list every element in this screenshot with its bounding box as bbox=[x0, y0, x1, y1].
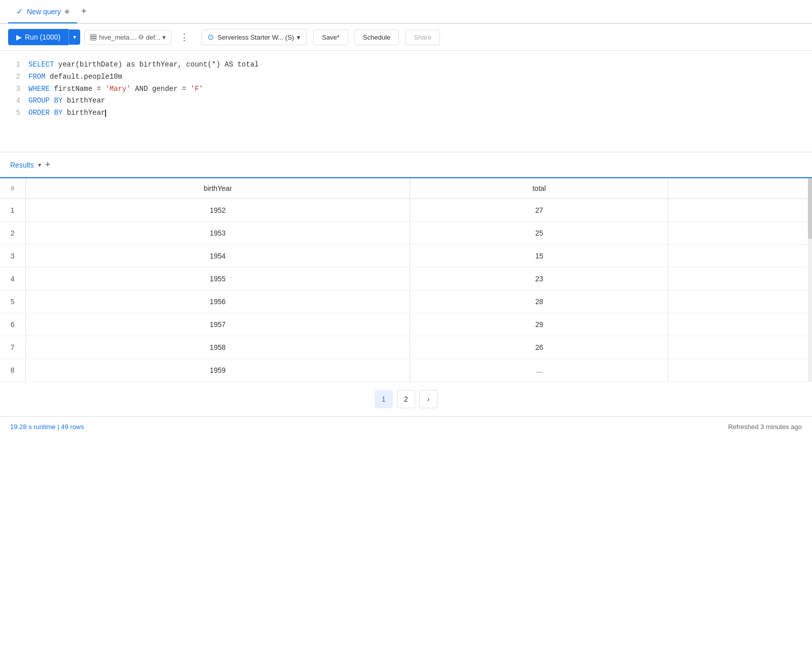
col-header-birthyear[interactable]: birthYear bbox=[25, 178, 410, 199]
table-row: 1195227 bbox=[0, 199, 812, 222]
more-options-button[interactable]: ⋮ bbox=[176, 29, 193, 45]
table-cell-empty bbox=[668, 245, 812, 268]
code-line-3: 3WHERE firstName = 'Mary' AND gender = '… bbox=[10, 83, 802, 95]
line-content: WHERE firstName = 'Mary' AND gender = 'F… bbox=[28, 83, 204, 95]
table-cell: 1 bbox=[0, 199, 25, 222]
code-line-2: 2FROM default.people10m bbox=[10, 71, 802, 83]
keyword-token: ORDER BY bbox=[28, 109, 67, 117]
svg-rect-2 bbox=[90, 39, 96, 40]
line-number: 1 bbox=[10, 59, 20, 71]
code-editor[interactable]: 1SELECT year(birthDate) as birthYear, co… bbox=[0, 51, 812, 152]
table-cell: 23 bbox=[410, 268, 668, 290]
plain-token: default.people10m bbox=[50, 73, 122, 81]
keyword-token: SELECT bbox=[28, 60, 58, 69]
play-icon: ▶ bbox=[16, 33, 22, 41]
results-table-wrapper: # birthYear total 1195227219532531954154… bbox=[0, 178, 812, 382]
keyword-token: GROUP BY bbox=[28, 96, 67, 105]
results-tab[interactable]: Results bbox=[10, 161, 34, 169]
plain-token: as birthYear, bbox=[126, 60, 186, 69]
plain-token: firstName = bbox=[54, 85, 105, 93]
footer: 19.28 s runtime | 49 rows Refreshed 3 mi… bbox=[0, 416, 812, 437]
scrollbar-track[interactable] bbox=[808, 178, 812, 382]
results-table: # birthYear total 1195227219532531954154… bbox=[0, 178, 812, 382]
table-cell-empty bbox=[668, 268, 812, 290]
line-content: FROM default.people10m bbox=[28, 71, 122, 83]
keyword-token: FROM bbox=[28, 73, 50, 81]
col-header-empty bbox=[668, 178, 812, 199]
page-1-button[interactable]: 1 bbox=[375, 390, 393, 408]
table-row: 81959... bbox=[0, 359, 812, 382]
schedule-button[interactable]: Schedule bbox=[354, 29, 399, 45]
table-header-row: # birthYear total bbox=[0, 178, 812, 199]
runtime-text: 19.28 s runtime | 49 rows bbox=[10, 423, 84, 431]
line-content: ORDER BY birthYear bbox=[28, 107, 106, 119]
tab-label: New query bbox=[27, 8, 61, 16]
col-header-row-num: # bbox=[0, 178, 25, 199]
table-cell: 1952 bbox=[25, 199, 410, 222]
table-cell: 25 bbox=[410, 222, 668, 245]
table-cell: 3 bbox=[0, 245, 25, 268]
page-next-button[interactable]: › bbox=[419, 390, 437, 408]
results-chevron-icon[interactable]: ▾ bbox=[38, 161, 41, 169]
line-number: 3 bbox=[10, 83, 20, 95]
run-button[interactable]: ▶ Run (1000) bbox=[8, 29, 69, 45]
tab-new-query[interactable]: ✓ New query bbox=[8, 1, 77, 23]
tab-unsaved-dot bbox=[65, 10, 69, 14]
function-token: count(*) bbox=[186, 60, 220, 69]
table-cell: 1957 bbox=[25, 313, 410, 336]
table-cell: 26 bbox=[410, 336, 668, 359]
catalog-selector[interactable]: hive_meta.... def... ▾ bbox=[84, 30, 172, 45]
col-header-total[interactable]: total bbox=[410, 178, 668, 199]
table-cell-empty bbox=[668, 336, 812, 359]
table-cell: 1955 bbox=[25, 268, 410, 290]
keyword-token: WHERE bbox=[28, 85, 54, 93]
pagination: 1 2 › bbox=[0, 382, 812, 416]
cluster-chevron-icon: ▾ bbox=[297, 34, 300, 41]
check-circle-icon: ✓ bbox=[16, 7, 23, 16]
results-section: Results ▾ + # birthYear total 1195227219… bbox=[0, 152, 812, 416]
svg-rect-0 bbox=[90, 35, 96, 36]
theta-icon bbox=[139, 35, 144, 40]
line-content: GROUP BY birthYear bbox=[28, 95, 105, 107]
cluster-check-icon: ⊙ bbox=[208, 32, 214, 42]
table-row: 6195729 bbox=[0, 313, 812, 336]
catalog-chevron-icon: ▾ bbox=[162, 34, 166, 41]
plain-token: AS total bbox=[220, 60, 259, 69]
share-button: Share bbox=[405, 29, 440, 45]
page-2-button[interactable]: 2 bbox=[397, 390, 415, 408]
table-cell: 28 bbox=[410, 290, 668, 313]
run-dropdown-button[interactable]: ▾ bbox=[69, 29, 80, 45]
table-row: 3195415 bbox=[0, 245, 812, 268]
plain-token: AND gender = bbox=[131, 85, 191, 93]
string-token: 'F' bbox=[190, 85, 203, 93]
database-icon bbox=[90, 34, 97, 41]
string-token: 'Mary' bbox=[105, 85, 130, 93]
code-line-5: 5ORDER BY birthYear bbox=[10, 107, 802, 119]
table-cell-empty bbox=[668, 359, 812, 382]
table-cell: 1958 bbox=[25, 336, 410, 359]
tab-bar: ✓ New query + bbox=[0, 0, 812, 24]
text-cursor bbox=[105, 110, 106, 117]
table-cell: 29 bbox=[410, 313, 668, 336]
save-button[interactable]: Save* bbox=[313, 29, 348, 45]
table-cell-empty bbox=[668, 222, 812, 245]
table-cell: ... bbox=[410, 359, 668, 382]
table-row: 4195523 bbox=[0, 268, 812, 290]
table-row: 2195325 bbox=[0, 222, 812, 245]
results-header: Results ▾ + bbox=[0, 152, 812, 178]
scrollbar-thumb[interactable] bbox=[808, 178, 812, 239]
table-cell-empty bbox=[668, 313, 812, 336]
add-result-tab-button[interactable]: + bbox=[45, 159, 51, 170]
new-tab-button[interactable]: + bbox=[77, 0, 91, 23]
plain-token: year(birthDate) bbox=[58, 60, 126, 69]
plain-token: birthYear bbox=[67, 96, 106, 105]
svg-rect-1 bbox=[90, 37, 96, 38]
cluster-selector[interactable]: ⊙ Serverless Starter W... (S) ▾ bbox=[201, 29, 307, 45]
plain-token: birthYear bbox=[67, 109, 106, 117]
table-cell: 8 bbox=[0, 359, 25, 382]
table-cell: 1959 bbox=[25, 359, 410, 382]
table-cell: 4 bbox=[0, 268, 25, 290]
line-number: 4 bbox=[10, 95, 20, 107]
table-row: 5195628 bbox=[0, 290, 812, 313]
table-row: 7195826 bbox=[0, 336, 812, 359]
